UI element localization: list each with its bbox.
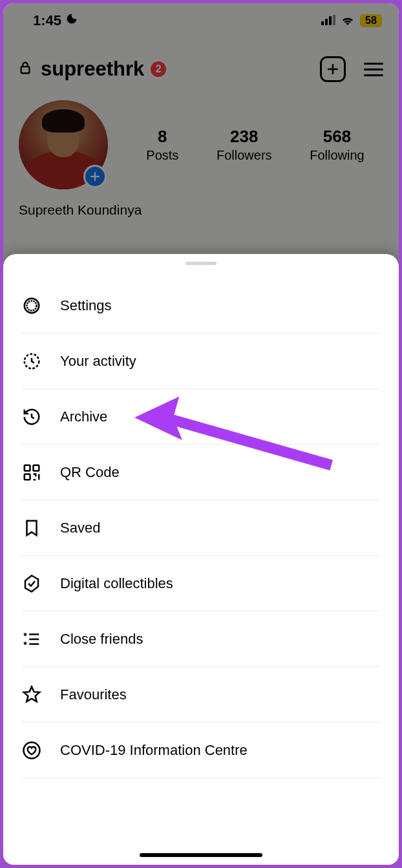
following-label: Following (310, 148, 364, 163)
menu-saved[interactable]: Saved (21, 500, 381, 556)
menu-settings[interactable]: Settings (21, 278, 381, 333)
menu-covid[interactable]: COVID-19 Information Centre (21, 723, 381, 778)
svg-rect-4 (21, 67, 30, 73)
add-story-button[interactable] (83, 165, 107, 188)
svg-rect-8 (25, 465, 30, 471)
star-icon (21, 684, 42, 705)
menu-label: QR Code (60, 464, 120, 481)
cellular-icon (321, 12, 335, 29)
svg-rect-1 (325, 19, 328, 25)
menu-qr[interactable]: QR Code (21, 445, 381, 500)
svg-rect-9 (34, 465, 39, 471)
activity-icon (21, 351, 42, 372)
menu-label: Favourites (60, 686, 127, 703)
menu-archive[interactable]: Archive (21, 389, 381, 445)
svg-rect-10 (25, 474, 30, 480)
menu-close-friends[interactable]: Close friends (21, 611, 381, 667)
username[interactable]: supreethrk (41, 58, 144, 81)
heart-circle-icon (21, 740, 42, 761)
qr-icon (21, 462, 42, 483)
display-name: Supreeth Koundinya (3, 197, 399, 223)
svg-rect-0 (321, 21, 324, 25)
home-indicator[interactable] (140, 853, 262, 857)
menu-label: Saved (60, 520, 100, 536)
dnd-icon (65, 12, 78, 29)
svg-rect-2 (329, 16, 332, 25)
status-bar: 1:45 58 (3, 3, 399, 33)
wifi-icon (341, 12, 355, 29)
menu-label: Archive (60, 408, 107, 425)
stat-following[interactable]: 568 Following (310, 127, 364, 163)
followers-label: Followers (217, 148, 272, 163)
svg-rect-3 (333, 15, 335, 25)
menu-label: Your activity (60, 353, 136, 370)
stat-posts[interactable]: 8 Posts (146, 127, 178, 163)
svg-point-6 (27, 301, 37, 310)
notification-badge: 2 (151, 61, 166, 77)
battery-indicator: 58 (360, 14, 382, 27)
profile-header: supreethrk 2 (3, 33, 399, 89)
menu-label: Settings (60, 297, 112, 314)
menu-activity[interactable]: Your activity (21, 333, 381, 389)
menu-label: Digital collectibles (60, 575, 173, 592)
menu-collectibles[interactable]: Digital collectibles (21, 556, 381, 611)
list-star-icon (21, 629, 42, 650)
svg-point-11 (24, 742, 40, 758)
lock-icon (19, 61, 32, 78)
create-button[interactable] (320, 56, 346, 82)
stat-followers[interactable]: 238 Followers (217, 127, 272, 163)
bookmark-icon (21, 518, 42, 538)
following-count: 568 (310, 127, 364, 147)
menu-label: COVID-19 Information Centre (60, 742, 248, 759)
status-time: 1:45 (33, 12, 61, 29)
menu-sheet: Settings Your activity Archive (3, 254, 399, 865)
menu-button[interactable] (364, 63, 383, 76)
posts-label: Posts (146, 148, 178, 163)
posts-count: 8 (146, 127, 178, 147)
settings-icon (21, 295, 42, 316)
hexagon-check-icon (21, 573, 42, 594)
archive-icon (21, 407, 42, 427)
sheet-grabber[interactable] (185, 262, 217, 265)
menu-favourites[interactable]: Favourites (21, 667, 381, 723)
followers-count: 238 (217, 127, 272, 147)
menu-label: Close friends (60, 631, 143, 648)
avatar[interactable] (19, 100, 108, 189)
